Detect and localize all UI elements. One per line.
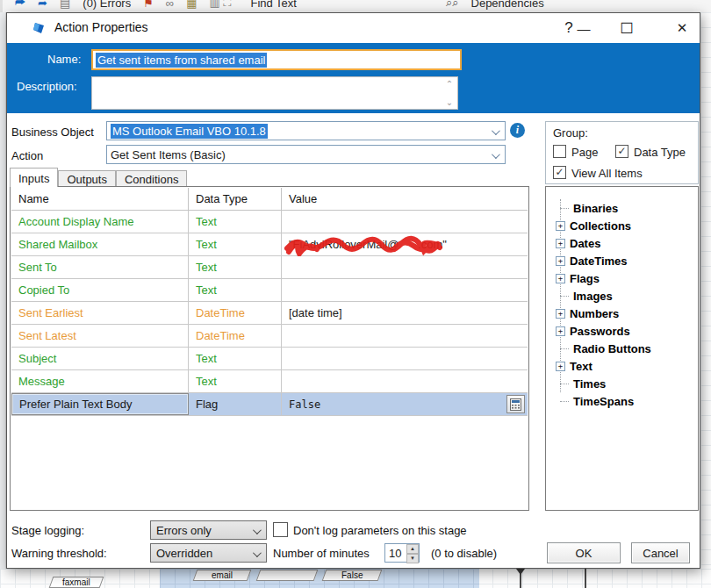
cell-value[interactable]: "FiAdviRolloverMail@ .com" <box>282 233 528 255</box>
view-all-items-checkbox[interactable]: ✓ <box>553 166 566 179</box>
table-row[interactable]: Prefer Plain Text BodyFlagFalse <box>11 393 528 416</box>
tab-outputs[interactable]: Outputs <box>58 170 116 187</box>
blue-prism-icon <box>32 20 47 36</box>
table-row[interactable]: MessageText <box>11 370 528 393</box>
minimize-button[interactable]: — <box>571 16 596 40</box>
expand-icon[interactable]: + <box>556 239 565 248</box>
action-properties-dialog: Action Properties ? — ☐ ✕ Name: Get sent… <box>6 12 700 569</box>
dependencies-label: Dependencies <box>471 0 544 10</box>
table-row[interactable]: Sent ToText <box>11 256 528 279</box>
cell-data-type: Text <box>189 256 282 278</box>
camera-icon: ▦ <box>186 0 197 10</box>
table-row[interactable]: Sent LatestDateTime <box>11 325 528 348</box>
tree-item-flags[interactable]: +Flags <box>546 269 698 287</box>
data-type-checkbox[interactable]: ✓ <box>615 145 628 158</box>
tree-branch-line <box>560 348 569 349</box>
tree-item-passwords[interactable]: +Passwords <box>546 322 698 340</box>
tree-item-radio-buttons[interactable]: Radio Buttons <box>546 340 698 357</box>
business-object-dropdown[interactable]: MS Outlook Email VBO 10.1.8 <box>106 121 506 140</box>
spin-down-icon[interactable]: ▼ <box>406 554 419 563</box>
scroll-down-icon[interactable]: ⌄ <box>446 97 453 107</box>
table-row[interactable]: Sent EarliestDateTime[date time] <box>11 302 528 325</box>
expression-editor-button[interactable] <box>506 395 525 413</box>
cell-input-name[interactable]: Sent To <box>11 256 189 278</box>
cell-input-name[interactable]: Sent Latest <box>11 325 189 347</box>
cell-value[interactable] <box>282 279 528 301</box>
cell-data-type: Text <box>189 348 282 369</box>
maximize-button[interactable]: ☐ <box>614 16 639 40</box>
cell-input-name[interactable]: Account Display Name <box>11 211 189 233</box>
minutes-value[interactable]: 10 <box>385 544 406 562</box>
table-row[interactable]: Account Display NameText <box>11 211 528 233</box>
cell-input-name[interactable]: Prefer Plain Text Body <box>11 393 189 415</box>
name-input[interactable]: Get sent items from shared email <box>91 49 462 70</box>
tree-item-numbers[interactable]: +Numbers <box>546 305 698 322</box>
business-object-label: Business Object <box>11 125 94 139</box>
action-dropdown[interactable]: Get Sent Items (Basic) <box>106 145 506 164</box>
expand-icon[interactable]: + <box>556 274 565 283</box>
cell-value[interactable]: [date time] <box>282 302 528 324</box>
cell-input-name[interactable]: Copied To <box>11 279 189 301</box>
cell-value[interactable] <box>282 348 528 369</box>
table-row[interactable]: SubjectText <box>11 348 528 370</box>
cell-data-type: Text <box>189 279 282 301</box>
table-row[interactable]: Copied ToText <box>11 279 528 302</box>
scroll-up-icon[interactable]: ⌃ <box>446 79 453 89</box>
cell-value[interactable] <box>282 370 528 392</box>
cell-input-name[interactable]: Subject <box>11 348 189 369</box>
tree-item-images[interactable]: Images <box>546 287 698 305</box>
cell-input-name[interactable]: Message <box>11 370 189 392</box>
tree-item-label: TimeSpans <box>573 395 634 408</box>
tree-item-label: Text <box>570 360 592 373</box>
info-icon[interactable]: i <box>510 123 525 138</box>
expand-icon[interactable]: + <box>556 221 565 231</box>
tree-item-label: Images <box>573 290 613 303</box>
tree-item-text[interactable]: +Text <box>546 357 698 375</box>
stage-logging-dropdown[interactable]: Errors only <box>150 520 267 540</box>
background-left-edge <box>0 12 6 588</box>
expand-icon[interactable]: + <box>556 309 565 319</box>
tree-item-datetimes[interactable]: +DateTimes <box>546 252 698 269</box>
tab-conditions[interactable]: Conditions <box>116 170 187 187</box>
tree-item-label: Times <box>573 377 606 391</box>
ok-button[interactable]: OK <box>547 542 621 563</box>
cell-value[interactable] <box>282 325 528 347</box>
tree-item-collections[interactable]: +Collections <box>546 217 698 234</box>
column-header-name[interactable]: Name <box>11 188 189 210</box>
tree-item-timespans[interactable]: TimeSpans <box>546 392 698 410</box>
description-textarea[interactable]: ⌃ ⌄ <box>91 76 458 110</box>
name-label: Name: <box>47 53 81 66</box>
tree-item-binaries[interactable]: Binaries <box>546 199 698 217</box>
business-object-value: MS Outlook Email VBO 10.1.8 <box>111 124 268 139</box>
cell-input-name[interactable]: Shared Mailbox <box>11 233 189 255</box>
tree-item-dates[interactable]: +Dates <box>546 234 698 252</box>
column-header-value[interactable]: Value <box>282 188 528 210</box>
column-header-data-type[interactable]: Data Type <box>189 188 282 210</box>
spin-up-icon[interactable]: ▲ <box>406 544 419 554</box>
expand-icon[interactable]: + <box>556 362 565 371</box>
cell-data-type: DateTime <box>189 302 282 324</box>
cancel-button[interactable]: Cancel <box>631 542 690 563</box>
table-row[interactable]: Shared MailboxText"FiAdviRolloverMail@ .… <box>11 233 528 256</box>
expand-icon[interactable]: + <box>556 256 565 266</box>
dont-log-checkbox[interactable] <box>273 522 288 537</box>
warning-threshold-dropdown[interactable]: Overridden <box>150 543 267 563</box>
calculator-icon <box>510 398 521 411</box>
tree-branch-line <box>560 384 569 384</box>
minutes-spinner[interactable]: 10 ▲ ▼ <box>384 543 420 563</box>
cell-value[interactable] <box>282 211 528 233</box>
cell-value[interactable] <box>282 256 528 278</box>
tree-branch-line <box>560 208 569 209</box>
tab-inputs[interactable]: Inputs <box>10 168 58 187</box>
page-checkbox[interactable] <box>553 145 566 158</box>
tree-item-times[interactable]: Times <box>546 375 698 392</box>
errors-label: (0) Errors <box>83 0 131 10</box>
dialog-titlebar[interactable]: Action Properties ? — ☐ ✕ <box>7 13 700 43</box>
cell-input-name[interactable]: Sent Earliest <box>11 302 189 324</box>
tree-item-label: Flags <box>570 272 600 285</box>
redo-icon: ➦ <box>38 0 47 10</box>
close-button[interactable]: ✕ <box>670 16 694 40</box>
expand-icon[interactable]: + <box>556 326 565 336</box>
cell-value[interactable]: False <box>282 393 528 415</box>
tree-item-label: Dates <box>570 237 600 250</box>
